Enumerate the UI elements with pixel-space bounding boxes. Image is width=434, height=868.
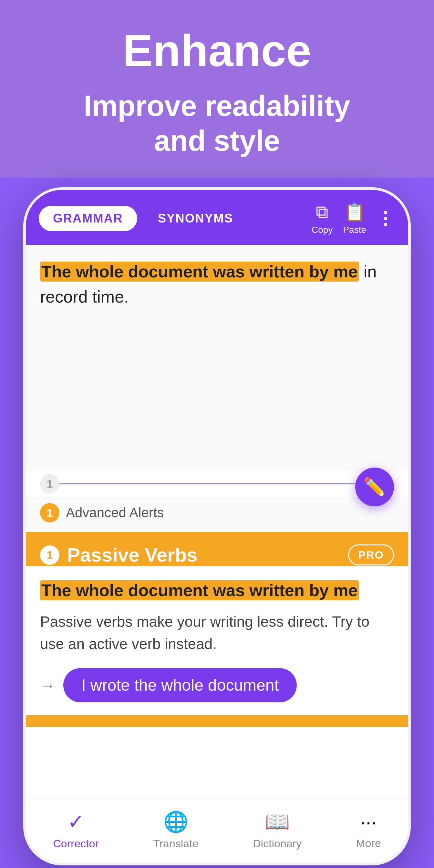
translate-label: Translate [153, 837, 198, 850]
nav-translate[interactable]: 🌐 Translate [153, 810, 198, 850]
dictionary-icon: 📖 [265, 810, 290, 833]
card-description: Passive verbs make your writing less dir… [40, 611, 394, 655]
paste-icon: 📋 [344, 202, 366, 222]
hero-subtitle-line2: and style [154, 125, 280, 157]
pencil-icon: ✏️ [363, 476, 386, 498]
card-header: 1 Passive Verbs PRO [40, 544, 394, 566]
alert-badge: 1 [40, 503, 59, 523]
more-icon: ··· [360, 810, 377, 833]
content-area: The whole document was written by me in … [26, 245, 408, 309]
copy-button[interactable]: ⧉ Copy [312, 202, 333, 235]
arrow-icon: → [40, 677, 56, 694]
divider-wrapper: 1 ✏️ [26, 471, 408, 497]
main-text: The whole document was written by me in … [40, 259, 394, 309]
tab-group: GRAMMAR SYNONYMS [39, 206, 247, 231]
copy-icon: ⧉ [316, 202, 329, 222]
pro-badge: PRO [348, 545, 394, 565]
card-body: The whole document was written by me Pas… [26, 566, 408, 715]
app-header: GRAMMAR SYNONYMS ⧉ Copy 📋 Paste ⋮ [26, 190, 408, 245]
more-label: More [356, 837, 381, 849]
hero-subtitle: Improve readability and style [13, 89, 421, 158]
divider-number: 1 [40, 474, 59, 493]
card-title: Passive Verbs [67, 544, 348, 566]
paste-label: Paste [343, 225, 366, 235]
dictionary-label: Dictionary [253, 837, 302, 850]
tab-grammar[interactable]: GRAMMAR [39, 206, 137, 231]
alert-text: Advanced Alerts [66, 505, 164, 521]
corrector-icon: ✓ [67, 810, 84, 833]
card-number-badge: 1 [40, 546, 59, 565]
tab-synonyms[interactable]: SYNONYMS [144, 206, 247, 231]
fab-edit-button[interactable]: ✏️ [355, 468, 394, 506]
nav-dictionary[interactable]: 📖 Dictionary [253, 810, 302, 850]
translate-icon: 🌐 [163, 810, 188, 833]
highlighted-text: The whole document was written by me [40, 261, 359, 282]
hero-title: Enhance [13, 26, 421, 75]
suggestion-pill[interactable]: I wrote the whole document [63, 668, 297, 702]
paste-button[interactable]: 📋 Paste [343, 202, 366, 235]
card-section: 1 Passive Verbs PRO The whole document w… [26, 532, 408, 727]
hero-subtitle-line1: Improve readability [84, 90, 350, 122]
alert-section: 1 Advanced Alerts [26, 497, 408, 529]
hero-section: Enhance Improve readability and style [0, 0, 434, 178]
more-menu-button[interactable]: ⋮ [376, 208, 395, 228]
nav-more[interactable]: ··· More [356, 810, 381, 849]
bottom-nav: ✓ Corrector 🌐 Translate 📖 Dictionary ···… [26, 800, 408, 863]
divider-section: 1 [40, 471, 394, 497]
copy-label: Copy [312, 225, 333, 235]
divider-line [40, 484, 394, 485]
card-highlighted-text: The whole document was written by me [40, 580, 359, 600]
corrector-label: Corrector [53, 837, 99, 850]
card-text: The whole document was written by me [40, 578, 394, 603]
suggestion-row: → I wrote the whole document [40, 668, 394, 702]
nav-corrector[interactable]: ✓ Corrector [53, 810, 99, 850]
phone-mockup: GRAMMAR SYNONYMS ⧉ Copy 📋 Paste ⋮ The wh… [23, 187, 411, 865]
empty-text-area [26, 309, 408, 471]
header-actions: ⧉ Copy 📋 Paste ⋮ [312, 202, 395, 235]
